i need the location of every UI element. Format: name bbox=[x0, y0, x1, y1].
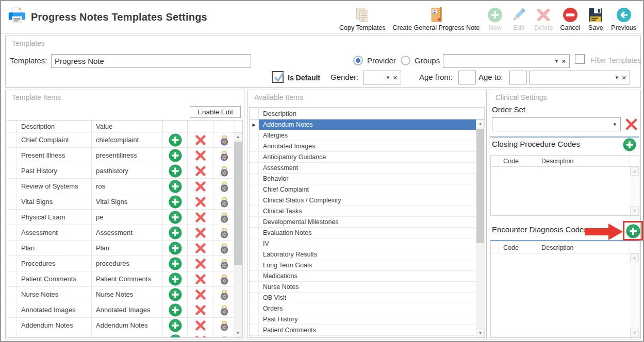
add-item-button[interactable] bbox=[163, 163, 188, 178]
template-name-input[interactable] bbox=[51, 54, 251, 68]
item-security-settings-button[interactable] bbox=[213, 163, 234, 178]
add-item-button[interactable] bbox=[163, 256, 188, 271]
template-item-row[interactable]: Nurse Notes Nurse Notes bbox=[7, 287, 234, 302]
remove-item-button[interactable] bbox=[188, 256, 213, 271]
available-item-row[interactable]: ▶ Addendum Notes bbox=[250, 119, 476, 130]
available-item-row[interactable]: Allergies bbox=[250, 130, 476, 141]
template-item-row[interactable]: Patient Comments Patient Comments bbox=[7, 271, 234, 287]
clear-icon[interactable]: ✕ bbox=[562, 58, 566, 64]
item-security-settings-button[interactable] bbox=[213, 194, 234, 209]
is-default-checkbox[interactable] bbox=[272, 71, 284, 83]
add-item-button[interactable] bbox=[163, 148, 188, 163]
add-closing-procedure-code-button[interactable] bbox=[623, 138, 636, 151]
template-item-row[interactable]: Physical Exam pe bbox=[7, 210, 234, 225]
scroll-up-icon[interactable]: ▲ bbox=[234, 132, 242, 141]
template-item-row[interactable]: Annotated Images Annotated Images bbox=[7, 302, 234, 318]
remove-item-button[interactable] bbox=[188, 302, 213, 317]
new-button[interactable]: New bbox=[483, 5, 507, 32]
item-security-settings-button[interactable] bbox=[213, 302, 234, 317]
add-item-button[interactable] bbox=[163, 271, 188, 286]
remove-item-button[interactable] bbox=[188, 210, 213, 225]
remove-item-button[interactable] bbox=[188, 225, 213, 240]
item-security-settings-button[interactable] bbox=[213, 132, 234, 147]
cancel-button[interactable]: Cancel bbox=[556, 5, 584, 32]
previous-button[interactable]: Previous bbox=[607, 5, 640, 32]
scrollbar-thumb[interactable] bbox=[476, 129, 484, 243]
add-item-button[interactable] bbox=[163, 225, 188, 240]
template-item-row[interactable]: Addendum Notes Addendum Notes bbox=[7, 318, 234, 333]
available-item-row[interactable]: Past History bbox=[250, 314, 476, 325]
template-items-scrollbar[interactable]: ▲ ▼ bbox=[234, 132, 242, 337]
delete-button[interactable]: Delete bbox=[531, 5, 556, 32]
order-set-combo[interactable]: ▾ bbox=[492, 117, 621, 131]
item-security-settings-button[interactable] bbox=[213, 225, 234, 240]
template-item-row[interactable]: Present Illness presentillness bbox=[7, 148, 234, 163]
available-item-row[interactable]: Annotated Images bbox=[250, 141, 476, 152]
available-item-row[interactable]: OB Visit bbox=[250, 293, 476, 303]
available-item-row[interactable]: Nurse Notes bbox=[250, 282, 476, 293]
remove-item-button[interactable] bbox=[188, 271, 213, 286]
available-item-row[interactable]: Evaluation Notes bbox=[250, 228, 476, 238]
scroll-down-icon[interactable]: ▼ bbox=[234, 329, 242, 337]
clear-order-set-button[interactable] bbox=[624, 117, 638, 133]
copy-templates-button[interactable]: Copy Templates bbox=[336, 5, 389, 32]
chevron-down-icon[interactable]: ▾ bbox=[615, 74, 618, 80]
template-item-row[interactable]: Procedures procedures bbox=[7, 256, 234, 271]
remove-item-button[interactable] bbox=[188, 241, 213, 255]
scroll-up-icon[interactable]: ▲ bbox=[476, 119, 485, 128]
remove-item-button[interactable] bbox=[188, 287, 213, 302]
add-item-button[interactable] bbox=[163, 132, 188, 147]
template-item-row[interactable]: Review of Systems ros bbox=[7, 179, 234, 194]
item-security-settings-button[interactable] bbox=[213, 333, 234, 337]
scrollbar-thumb[interactable] bbox=[234, 142, 242, 265]
template-item-row[interactable]: Assessment Assessment bbox=[7, 225, 234, 241]
item-security-settings-button[interactable] bbox=[213, 241, 234, 255]
create-general-progress-note-button[interactable]: Create General Progress Note bbox=[389, 5, 483, 32]
available-item-row[interactable]: Developmental Milestones bbox=[250, 217, 476, 228]
remove-item-button[interactable] bbox=[188, 148, 213, 163]
gender-combo[interactable]: ▾ ✕ bbox=[363, 71, 401, 84]
add-item-button[interactable] bbox=[163, 287, 188, 302]
remove-item-button[interactable] bbox=[188, 194, 213, 209]
groups-radio[interactable] bbox=[401, 56, 410, 65]
save-button[interactable]: Save bbox=[584, 5, 607, 32]
chevron-down-icon[interactable]: ▾ bbox=[386, 74, 389, 80]
add-item-button[interactable] bbox=[163, 302, 188, 317]
item-security-settings-button[interactable] bbox=[213, 148, 234, 163]
remove-item-button[interactable] bbox=[188, 333, 213, 337]
age-range-combo[interactable]: ▾ ✕ bbox=[529, 71, 630, 84]
available-item-row[interactable]: Long Term Goals bbox=[250, 260, 476, 271]
item-security-settings-button[interactable] bbox=[213, 210, 234, 225]
item-security-settings-button[interactable] bbox=[213, 256, 234, 271]
edit-button[interactable]: Edit bbox=[507, 5, 531, 32]
available-item-row[interactable]: Behavior bbox=[250, 174, 476, 184]
scroll-up-icon[interactable]: ▲ bbox=[630, 253, 639, 262]
template-item-row[interactable]: Chief Complaint chiefcomplaint bbox=[7, 132, 234, 148]
available-item-row[interactable]: Patient Comments bbox=[250, 325, 476, 336]
item-security-settings-button[interactable] bbox=[213, 287, 234, 302]
scroll-up-icon[interactable]: ▲ bbox=[630, 167, 639, 176]
available-item-row[interactable]: Clinical Tasks bbox=[250, 206, 476, 217]
item-security-settings-button[interactable] bbox=[213, 271, 234, 286]
add-item-button[interactable] bbox=[163, 210, 188, 225]
scroll-down-icon[interactable]: ▼ bbox=[476, 329, 485, 337]
item-security-settings-button[interactable] bbox=[213, 179, 234, 194]
template-item-row[interactable]: Laboratory Results Laboratory Results bbox=[7, 333, 234, 337]
age-to-input[interactable] bbox=[509, 71, 527, 84]
template-item-row[interactable]: Vital Signs Vital Signs bbox=[7, 194, 234, 210]
clear-icon[interactable]: ✕ bbox=[622, 74, 626, 81]
add-item-button[interactable] bbox=[163, 318, 188, 333]
enable-edit-button[interactable]: Enable Edit bbox=[190, 106, 241, 118]
available-item-row[interactable]: Orders bbox=[250, 303, 476, 314]
scrollbar[interactable]: ▲ ▼ bbox=[630, 253, 639, 337]
add-item-button[interactable] bbox=[163, 179, 188, 194]
scrollbar[interactable]: ▲ ▼ bbox=[630, 167, 639, 215]
available-item-row[interactable]: IV bbox=[250, 238, 476, 249]
available-item-row[interactable]: Assessment bbox=[250, 163, 476, 174]
template-filter-combo[interactable]: ▾ ✕ bbox=[443, 54, 570, 68]
remove-item-button[interactable] bbox=[188, 179, 213, 194]
available-item-row[interactable]: Medications bbox=[250, 271, 476, 282]
available-items-scrollbar[interactable]: ▲ ▼ bbox=[476, 119, 485, 337]
available-item-row[interactable]: Laboratory Results bbox=[250, 249, 476, 260]
chevron-down-icon[interactable]: ▾ bbox=[555, 57, 558, 64]
